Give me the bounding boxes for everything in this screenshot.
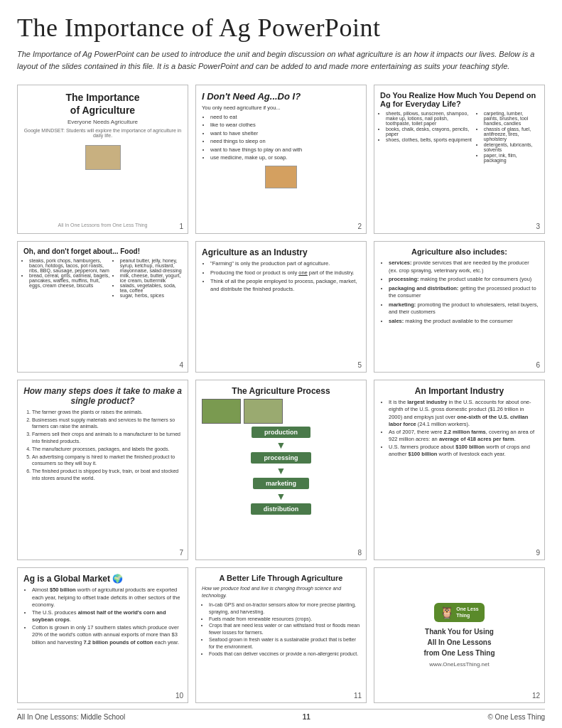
slide-10-list: Almost $50 billion worth of agricultural… xyxy=(32,587,182,646)
slide-6-number: 6 xyxy=(536,361,540,369)
thank-you-line3: from One Less Thing xyxy=(423,648,495,658)
slide-4-col1: steaks, pork chops, hamburgers, bacon, h… xyxy=(29,258,110,298)
slide-9-title: An Important Industry xyxy=(380,386,539,396)
slide-8-title: The Agriculture Process xyxy=(202,386,360,396)
slide-2-body: You only need agriculture if you... need… xyxy=(202,105,360,163)
slide-9-body: It is the largest industry in the U.S. a… xyxy=(380,399,539,459)
slide-3-col2: carpeting, lumber, paints, brushes, tool… xyxy=(484,111,539,164)
list-item: need things to sleep on xyxy=(210,138,360,146)
list-item: want to have shelter xyxy=(210,130,360,138)
thank-you-line2: All In One Lessons xyxy=(423,637,495,648)
slide-12-thankyou: Thank You for Using All In One Lessons f… xyxy=(423,626,495,658)
list-item: Almost $50 billion worth of agricultural… xyxy=(32,587,182,609)
list-item: packaging and distribution: getting the … xyxy=(389,285,539,300)
slide-4-columns: steaks, pork chops, hamburgers, bacon, h… xyxy=(23,258,182,298)
list-item: "Farming" is only the production part of… xyxy=(210,260,360,268)
slide-4-col2: peanut butter, jelly, honey, syrup, ketc… xyxy=(120,258,182,298)
list-item: Crops that are need less water or can wi… xyxy=(209,622,360,636)
list-item: sugar, herbs, spices xyxy=(120,293,182,298)
slide-12-website: www.OneLessThing.net xyxy=(429,661,490,668)
list-item: shoes, clothes, belts, sports equipment xyxy=(386,137,474,142)
list-item: It is the largest industry in the U.S. a… xyxy=(389,399,539,429)
slide-10-title: Ag is a Global Market 🌍 xyxy=(23,574,182,584)
slide-11-title: A Better Life Through Agriculture xyxy=(202,574,360,582)
slide-11-intro: How we produce food and live is changing… xyxy=(202,585,360,599)
slide-1-image xyxy=(85,145,121,170)
slide-2-number: 2 xyxy=(357,223,362,230)
list-item: Think of all the people employed to proc… xyxy=(210,278,360,293)
slide-2-image xyxy=(265,166,297,188)
logo-line2: Thing xyxy=(456,613,479,619)
page-container: The Importance of Ag PowerPoint The Impo… xyxy=(0,0,562,728)
slide-2-intro: You only need agriculture if you... xyxy=(202,105,360,112)
slide-5-title: Agriculture as an Industry xyxy=(202,247,360,257)
slide-1-sub: Everyone Needs Agriculture xyxy=(67,119,138,125)
slide-11: A Better Life Through Agriculture How we… xyxy=(195,567,367,703)
slide-10-body: Almost $50 billion worth of agricultural… xyxy=(23,587,182,646)
slide-7-number: 7 xyxy=(179,549,183,557)
slide-4: Oh, and don't forget about... Food! stea… xyxy=(17,241,188,373)
list-item: detergents, lubricants, solvents xyxy=(484,142,539,152)
slide-1: The Importanceof Agriculture Everyone Ne… xyxy=(17,85,188,234)
list-item: sheets, pillows, sunscreen, shampoo, mak… xyxy=(386,111,474,126)
process-flow: production ▼ processing ▼ marketing ▼ di… xyxy=(202,427,360,515)
slide-5-list: "Farming" is only the production part of… xyxy=(210,260,360,293)
list-item: As of 2007, there were 2.2 million farms… xyxy=(389,429,539,444)
list-item: need to eat xyxy=(210,114,360,122)
footer-center: 11 xyxy=(303,713,310,721)
slide-7-body: The farmer grows the plants or raises th… xyxy=(23,409,182,483)
slide-7-list: The farmer grows the plants or raises th… xyxy=(32,409,182,482)
list-item: chassis of glass, fuel, antifreeze, tire… xyxy=(484,127,539,141)
list-item: want to have things to play on and with xyxy=(210,146,360,154)
slide-8: The Agriculture Process production ▼ pro… xyxy=(195,380,367,561)
list-item: books, chalk, desks, crayons, pencils, p… xyxy=(386,127,474,136)
list-item: In-cab GPS and on-tractor sensors allow … xyxy=(209,601,360,616)
list-item: Cotton is grown in only 17 southern stat… xyxy=(32,624,182,647)
slide-3-columns: sheets, pillows, sunscreen, shampoo, mak… xyxy=(380,111,539,164)
logo-line1: One Less xyxy=(456,606,479,612)
slide-11-list: In-cab GPS and on-tractor sensors allow … xyxy=(209,601,360,657)
process-arrow-3: ▼ xyxy=(276,491,286,501)
process-step-marketing: marketing xyxy=(253,478,309,489)
page-title: The Importance of Ag PowerPoint xyxy=(17,13,545,43)
list-item: peanut butter, jelly, honey, syrup, ketc… xyxy=(120,258,182,273)
process-arrow-2: ▼ xyxy=(276,466,286,476)
process-step-distribution: distribution xyxy=(251,503,312,515)
slide-8-images xyxy=(202,399,360,424)
list-item: paper, ink, film, packaging xyxy=(484,153,539,163)
list-item: Foods that can deliver vaccines or provi… xyxy=(209,651,360,658)
list-item: U.S. farmers produce about $100 billion … xyxy=(389,444,539,459)
owl-icon: 🦉 xyxy=(440,606,454,619)
slide-1-google: Google MINDSET: Students will explore th… xyxy=(23,128,182,138)
slide-7-title: How many steps does it take to make a si… xyxy=(23,386,182,406)
list-item: milk, cheese, butter, yogurt, ice cream,… xyxy=(120,273,182,283)
list-item: processing: making the product usable fo… xyxy=(389,276,539,284)
process-arrow-1: ▼ xyxy=(276,440,286,450)
list-item: An advertising company is hired to marke… xyxy=(32,454,182,468)
slide-3-title: Do You Realize How Much You Depend on Ag… xyxy=(380,91,539,108)
slide-2-title: I Don't Need Ag...Do I? xyxy=(202,91,360,102)
list-item: use medicine, make up, or soap. xyxy=(210,154,360,162)
slide-6: Agriculture also includes: services: pro… xyxy=(374,241,545,373)
logo-text: One Less Thing xyxy=(456,606,479,619)
slide-7: How many steps does it take to make a si… xyxy=(17,380,188,561)
slide-5-body: "Farming" is only the production part of… xyxy=(202,260,360,294)
list-item: bread, cereal, grits, oatmeal, bagels, p… xyxy=(29,273,110,288)
slide-1-title: The Importanceof Agriculture xyxy=(65,91,139,117)
one-less-thing-logo: 🦉 One Less Thing xyxy=(434,603,485,622)
list-item: sales: making the product available to t… xyxy=(389,318,539,326)
process-image-2 xyxy=(244,399,283,424)
list-item: steaks, pork chops, hamburgers, bacon, h… xyxy=(29,258,110,273)
slide-3-number: 3 xyxy=(536,223,540,230)
page-description: The Importance of Ag PowerPoint can be u… xyxy=(17,48,545,72)
slide-10-number: 10 xyxy=(175,692,183,700)
slide-12-number: 12 xyxy=(532,692,540,700)
slides-grid: The Importanceof Agriculture Everyone Ne… xyxy=(17,85,545,703)
slide-2-list: need to eat like to wear clothes want to… xyxy=(210,114,360,162)
slide-5-number: 5 xyxy=(357,361,362,369)
slide-8-number: 8 xyxy=(357,549,362,557)
footer-left: All In One Lessons: Middle School xyxy=(17,713,125,721)
slide-6-title: Agriculture also includes: xyxy=(380,247,539,256)
list-item: Seafood grown in fresh water is a sustai… xyxy=(209,636,360,651)
list-item: Fuels made from renewable resources (cro… xyxy=(209,616,360,623)
